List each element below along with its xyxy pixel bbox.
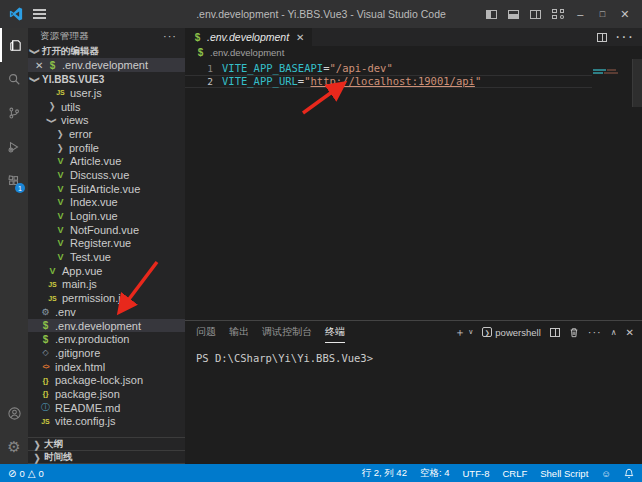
close-panel-icon[interactable]: ✕ [626,327,634,338]
section-时间线[interactable]: ❯时间线 [28,451,185,464]
tree-item-permission-js[interactable]: JSpermission.js [28,291,185,305]
status-item[interactable]: 行 2, 列 42 [362,467,407,480]
tab-env-development[interactable]: $ .env.development ✕ [185,28,312,46]
status-item[interactable]: 空格: 4 [420,467,450,480]
chevron-down-icon: ❯ [30,74,41,84]
vue-file-icon: V [55,156,66,166]
tree-item-index-html[interactable]: <>index.html [28,360,185,374]
tree-item-editarticle-vue[interactable]: VEditArticle.vue [28,182,185,196]
tree-item-app-vue[interactable]: VApp.vue [28,264,185,278]
warning-triangle-icon: △ [28,468,36,479]
tree-item--env-production[interactable]: $.env.production [28,332,185,346]
shell-label: powershell [495,327,540,338]
tree-item-package-json[interactable]: {}package.json [28,387,185,401]
section-大纲[interactable]: ❯大纲 [28,438,185,451]
tree-item-main-js[interactable]: JSmain.js [28,278,185,292]
tree-item-user-js[interactable]: JSuser.js [28,86,185,100]
editor-body[interactable]: 1VITE_APP_BASEAPI="/api-dev"2VITE_APP_UR… [185,59,642,320]
explorer-more-actions-icon[interactable]: ··· [163,30,177,42]
tree-item-error[interactable]: ❯error [28,127,185,141]
breadcrumb-file: .env.development [210,47,284,58]
tab-close-icon[interactable]: ✕ [296,32,304,43]
split-terminal-icon[interactable] [550,328,560,337]
tree-item-register-vue[interactable]: VRegister.vue [28,237,185,251]
minimize-button[interactable]: – [571,4,589,24]
settings-gear-icon[interactable]: ⚙ [0,430,28,464]
tree-item--gitignore[interactable]: ◇.gitignore [28,346,185,360]
panel-tab-问题[interactable]: 问题 [196,321,216,343]
open-editor-item[interactable]: ✕ $ .env.development [28,58,185,72]
tree-item-label: .env.production [55,333,129,345]
tree-item-utils[interactable]: ❯utils [28,100,185,114]
close-icon[interactable]: ✕ [35,60,43,71]
explorer-icon[interactable] [0,28,28,62]
shell-file-icon: $ [195,47,206,58]
kill-terminal-trash-icon[interactable] [569,327,579,338]
run-debug-icon[interactable] [0,130,28,164]
code-token[interactable]: http://localhost:19001/api [311,75,475,87]
tree-item-profile[interactable]: ❯profile [28,141,185,155]
chevron-right-icon: ❯ [32,439,42,450]
split-editor-icon[interactable] [597,33,607,42]
error-circle-icon: ⊘ [8,468,16,479]
terminal-shell-select[interactable]: ❯ powershell [482,327,540,338]
toggle-secondary-sidebar-icon[interactable] [527,4,545,24]
panel-tab-输出[interactable]: 输出 [229,321,249,343]
toggle-panel-icon[interactable] [504,4,522,24]
tree-item-vite-config-js[interactable]: JSvite.config.js [28,415,185,429]
editor-tab-bar: $ .env.development ✕ ··· [185,28,642,46]
tree-item-index-vue[interactable]: VIndex.vue [28,196,185,210]
feedback-smiley-icon[interactable]: ☺ [601,468,611,479]
workspace-section[interactable]: ❯ YI.BBS.VUE3 [28,72,185,86]
breadcrumb[interactable]: $ .env.development [185,46,642,59]
panel-more-actions-icon[interactable]: ··· [588,326,602,338]
tree-item-label: Article.vue [70,155,121,167]
tree-item-login-vue[interactable]: VLogin.vue [28,209,185,223]
json-file-icon: {} [40,389,51,398]
close-button[interactable]: ✕ [616,4,634,24]
editor-more-actions-icon[interactable]: ··· [615,28,634,46]
vue-file-icon: V [55,184,66,194]
activity-bar: 1 ⚙ [0,28,28,464]
tree-item-label: main.js [62,278,97,290]
problems-status[interactable]: ⊘ 0 △ 0 [8,468,44,479]
maximize-button[interactable]: □ [593,4,611,24]
minimap[interactable] [593,59,632,320]
tree-item-discuss-vue[interactable]: VDiscuss.vue [28,168,185,182]
tree-item--env[interactable]: ⚙.env [28,305,185,319]
tree-item-test-vue[interactable]: VTest.vue [28,250,185,264]
terminal[interactable]: PS D:\CSharp\Yi\Yi.BBS.Vue3> [185,343,642,464]
chevron-right-icon: ❯ [55,142,65,153]
tree-item-notfound-vue[interactable]: VNotFound.vue [28,223,185,237]
tree-item-label: error [69,128,92,140]
code-line-1[interactable]: 1VITE_APP_BASEAPI="/api-dev" [185,62,592,75]
status-item[interactable]: Shell Script [540,468,588,479]
tree-item--env-development[interactable]: $.env.development [28,319,185,333]
menu-hamburger-icon[interactable] [33,7,46,22]
bell-icon[interactable] [624,468,634,479]
tree-item-views[interactable]: ❯views [28,113,185,127]
code-line-2[interactable]: 2VITE_APP_URL="http://localhost:19001/ap… [185,75,592,88]
extensions-icon[interactable]: 1 [0,164,28,198]
panel-tab-调试控制台[interactable]: 调试控制台 [262,321,312,343]
new-terminal-icon[interactable]: ＋ ∨ [454,325,473,340]
tree-item-readme-md[interactable]: ⓘREADME.md [28,401,185,415]
editor-scrollbar[interactable] [632,59,642,320]
git-file-icon: ◇ [40,348,51,357]
status-item[interactable]: CRLF [502,468,527,479]
toggle-sidebar-icon[interactable] [482,4,500,24]
maximize-panel-icon[interactable]: ∧ [611,328,617,337]
vscode-window: .env.development - Yi.BBS.Vue3 - Visual … [0,0,642,482]
account-icon[interactable] [0,396,28,430]
open-editors-section[interactable]: ❯ 打开的编辑器 [28,44,185,58]
search-icon[interactable] [0,62,28,96]
terminal-prompt: PS D:\CSharp\Yi\Yi.BBS.Vue3> [196,352,373,364]
chevron-down-icon: ❯ [47,115,58,125]
tree-item-package-lock-json[interactable]: {}package-lock.json [28,373,185,387]
customize-layout-icon[interactable] [549,4,567,24]
chevron-down-icon[interactable]: ∨ [468,328,473,336]
tree-item-article-vue[interactable]: VArticle.vue [28,154,185,168]
panel-tab-终端[interactable]: 终端 [325,321,345,343]
status-item[interactable]: UTF-8 [463,468,490,479]
source-control-icon[interactable] [0,96,28,130]
